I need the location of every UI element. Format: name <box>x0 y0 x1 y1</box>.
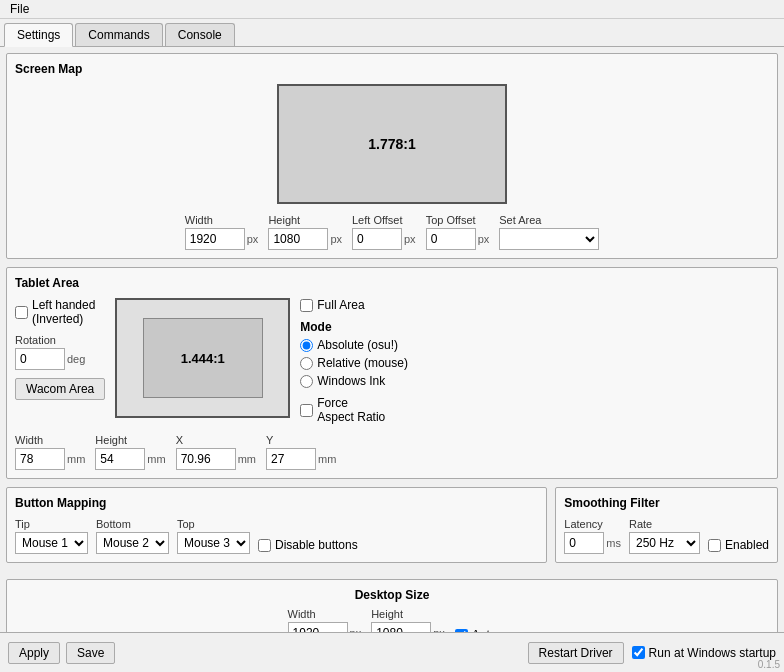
smoothing-filter-section: Smoothing Filter Latency ms Rate 250 Hz … <box>555 487 778 563</box>
tablet-area-content: Left handed (Inverted) Rotation deg Waco… <box>15 298 769 424</box>
mode-windowsink-radio[interactable] <box>300 375 313 388</box>
mode-label: Mode <box>300 320 408 334</box>
mode-relative-radio[interactable] <box>300 357 313 370</box>
tablet-fields-row: Width mm Height mm X mm <box>15 434 769 470</box>
tip-select[interactable]: Mouse 1 Mouse 2 Mouse 3 <box>15 532 88 554</box>
top-offset-inline: px <box>426 228 490 250</box>
mode-group: Mode Absolute (osu!) Relative (mouse) <box>300 320 408 388</box>
rotation-input[interactable] <box>15 348 65 370</box>
bottom-select[interactable]: Mouse 1 Mouse 2 Mouse 3 <box>96 532 169 554</box>
disable-buttons-checkbox[interactable] <box>258 539 271 552</box>
tablet-height-label: Height <box>95 434 165 446</box>
full-area-checkbox[interactable] <box>300 299 313 312</box>
footer-bar: Apply Save Restart Driver Run at Windows… <box>0 632 784 672</box>
bottom-label: Bottom <box>96 518 169 530</box>
top-field-group: Top Mouse 1 Mouse 2 Mouse 3 <box>177 518 250 554</box>
height-unit: px <box>330 233 342 245</box>
tablet-x-unit: mm <box>238 453 256 465</box>
latency-input[interactable] <box>564 532 604 554</box>
tablet-y-input[interactable] <box>266 448 316 470</box>
width-inline: px <box>185 228 259 250</box>
tablet-preview: 1.444:1 <box>115 298 290 418</box>
screen-width-input[interactable] <box>185 228 245 250</box>
tablet-x-label: X <box>176 434 256 446</box>
tab-commands[interactable]: Commands <box>75 23 162 46</box>
apply-button[interactable]: Apply <box>8 642 60 664</box>
tip-field-group: Tip Mouse 1 Mouse 2 Mouse 3 <box>15 518 88 554</box>
wacom-area-button[interactable]: Wacom Area <box>15 378 105 400</box>
full-area-label: Full Area <box>317 298 364 312</box>
tablet-height-input[interactable] <box>95 448 145 470</box>
screen-height-input[interactable] <box>268 228 328 250</box>
top-offset-input[interactable] <box>426 228 476 250</box>
run-at-startup-checkbox[interactable] <box>632 646 645 659</box>
run-at-startup-row: Run at Windows startup <box>632 646 776 660</box>
mode-absolute-label: Absolute (osu!) <box>317 338 398 352</box>
left-offset-inline: px <box>352 228 416 250</box>
screen-map-area: 1.778:1 Width px Height px <box>15 84 769 250</box>
latency-inline: ms <box>564 532 621 554</box>
mode-absolute-radio[interactable] <box>300 339 313 352</box>
top-offset-field-group: Top Offset px <box>426 214 490 250</box>
left-handed-checkbox[interactable] <box>15 306 28 319</box>
rate-select[interactable]: 250 Hz 500 Hz 1000 Hz <box>629 532 700 554</box>
tab-console[interactable]: Console <box>165 23 235 46</box>
mode-radio-group: Absolute (osu!) Relative (mouse) Windows… <box>300 338 408 388</box>
file-menu[interactable]: File <box>4 0 35 18</box>
tablet-x-input[interactable] <box>176 448 236 470</box>
main-content: Screen Map 1.778:1 Width px Height p <box>0 47 784 659</box>
mode-windowsink-row: Windows Ink <box>300 374 408 388</box>
set-area-field-group: Set Area <box>499 214 599 250</box>
tablet-y-unit: mm <box>318 453 336 465</box>
enabled-label: Enabled <box>725 538 769 552</box>
mode-windowsink-label: Windows Ink <box>317 374 385 388</box>
bottom-field-group: Bottom Mouse 1 Mouse 2 Mouse 3 <box>96 518 169 554</box>
tablet-width-input[interactable] <box>15 448 65 470</box>
save-button[interactable]: Save <box>66 642 115 664</box>
tablet-height-unit: mm <box>147 453 165 465</box>
top-select[interactable]: Mouse 1 Mouse 2 Mouse 3 <box>177 532 250 554</box>
desktop-height-label: Height <box>371 608 445 620</box>
footer-left: Apply Save <box>8 642 115 664</box>
top-label: Top <box>177 518 250 530</box>
desktop-size-title: Desktop Size <box>355 588 430 602</box>
width-field-group: Width px <box>185 214 259 250</box>
height-inline: px <box>268 228 342 250</box>
rotation-label: Rotation <box>15 334 105 346</box>
tablet-x-inline: mm <box>176 448 256 470</box>
tablet-height-group: Height mm <box>95 434 165 470</box>
screen-ratio: 1.778:1 <box>368 136 415 152</box>
rate-field-group: Rate 250 Hz 500 Hz 1000 Hz <box>629 518 700 554</box>
height-field-group: Height px <box>268 214 342 250</box>
mode-absolute-row: Absolute (osu!) <box>300 338 408 352</box>
set-area-select[interactable] <box>499 228 599 250</box>
width-label: Width <box>185 214 259 226</box>
restart-driver-button[interactable]: Restart Driver <box>528 642 624 664</box>
enabled-checkbox[interactable] <box>708 539 721 552</box>
force-aspect-checkbox[interactable] <box>300 404 313 417</box>
tablet-width-group: Width mm <box>15 434 85 470</box>
full-area-row: Full Area <box>300 298 408 312</box>
footer-right: Restart Driver Run at Windows startup <box>528 642 776 664</box>
latency-label: Latency <box>564 518 621 530</box>
mapping-row: Tip Mouse 1 Mouse 2 Mouse 3 Bottom Mouse… <box>15 518 538 554</box>
tablet-area-title: Tablet Area <box>15 276 769 290</box>
screen-map-title: Screen Map <box>15 62 769 76</box>
mode-relative-label: Relative (mouse) <box>317 356 408 370</box>
screen-preview: 1.778:1 <box>277 84 507 204</box>
tablet-area-section: Tablet Area Left handed (Inverted) Rotat… <box>6 267 778 479</box>
version-text: 0.1.5 <box>758 659 780 670</box>
tablet-x-group: X mm <box>176 434 256 470</box>
mode-relative-row: Relative (mouse) <box>300 356 408 370</box>
tab-settings[interactable]: Settings <box>4 23 73 47</box>
screen-map-section: Screen Map 1.778:1 Width px Height p <box>6 53 778 259</box>
tablet-width-label: Width <box>15 434 85 446</box>
bottom-sections-row: Button Mapping Tip Mouse 1 Mouse 2 Mouse… <box>6 487 778 571</box>
left-offset-input[interactable] <box>352 228 402 250</box>
width-unit: px <box>247 233 259 245</box>
desktop-width-label: Width <box>288 608 362 620</box>
screen-fields-row: Width px Height px Left Offset <box>185 214 600 250</box>
left-offset-unit: px <box>404 233 416 245</box>
tablet-y-group: Y mm <box>266 434 336 470</box>
tablet-height-inline: mm <box>95 448 165 470</box>
